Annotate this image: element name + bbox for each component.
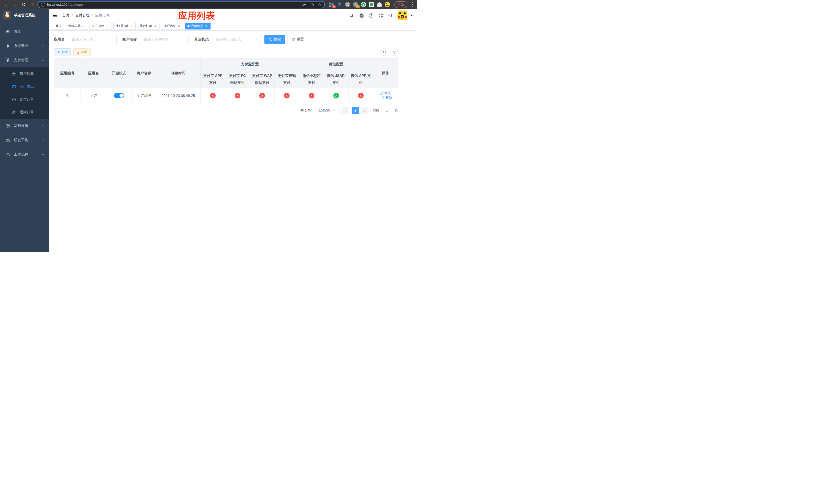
breadcrumb-payment[interactable]: 支付管理	[75, 13, 89, 18]
sidebar-item-payment[interactable]: ¥ 支付管理	[0, 53, 49, 67]
pagination-total: 共 1 条	[301, 108, 311, 113]
page-annotation: 应用列表	[178, 10, 215, 22]
sidebar-item-label: 基础设施	[14, 123, 42, 128]
url-text[interactable]: localhost:1024/pay/app	[47, 3, 300, 6]
extension-command-icon[interactable]: ⌘	[345, 2, 350, 7]
page-size-select[interactable]: 10条/页	[314, 107, 340, 114]
sidebar-item-dev-tools[interactable]: 研发工具	[0, 133, 49, 147]
browser-forward-icon[interactable]: →	[11, 1, 19, 8]
tab-home[interactable]: 首页	[53, 23, 64, 29]
add-button[interactable]: 新增	[54, 48, 71, 56]
export-button[interactable]: 导出	[73, 48, 90, 56]
address-bar[interactable]: i localhost:1024/pay/app ☆	[38, 1, 325, 8]
edit-link[interactable]: 修改	[380, 91, 391, 95]
app-title: 芋道管理系统	[14, 13, 36, 18]
browser-back-icon[interactable]: ←	[3, 1, 10, 8]
profile-emoji-icon[interactable]	[385, 2, 390, 7]
merchant-name-label: 商户名称	[122, 37, 137, 42]
chevron-down-icon	[42, 139, 45, 142]
url-path: :1024/pay/app	[61, 3, 83, 6]
dashboard-icon	[5, 29, 10, 34]
prev-page-button[interactable]: ‹	[342, 107, 349, 114]
chevron-down-icon	[255, 38, 258, 41]
goto-page-input[interactable]	[381, 107, 392, 114]
breadcrumb-home[interactable]: 首页	[62, 13, 69, 18]
download-icon	[77, 51, 80, 54]
browser-menu-icon[interactable]	[410, 2, 414, 7]
user-avatar[interactable]	[397, 10, 407, 20]
avatar-caret-icon[interactable]	[411, 15, 413, 16]
close-icon[interactable]: ×	[204, 24, 208, 28]
bookmark-star-icon[interactable]: ☆	[318, 2, 321, 7]
extensions-puzzle-icon[interactable]	[377, 2, 382, 7]
sidebar-item-workflow[interactable]: 工作流程	[0, 147, 49, 162]
extension-recorder-icon[interactable]: 1	[353, 2, 358, 7]
search-button[interactable]: 搜索	[264, 35, 285, 44]
tab-payment-order[interactable]: 支付订单×	[113, 23, 136, 29]
tab-process-form[interactable]: 流程表单×	[66, 23, 88, 29]
col-header-status: 开启状态	[106, 59, 132, 88]
status-cross-icon: ×	[235, 93, 240, 98]
sidebar-item-merchant-info[interactable]: 商户信息	[0, 67, 49, 80]
github-icon[interactable]	[359, 13, 364, 18]
sidebar-item-refund-order[interactable]: 退款订单	[0, 106, 49, 119]
extension-chat-icon[interactable]	[369, 2, 374, 7]
close-icon[interactable]: ×	[106, 24, 109, 28]
breadcrumb-current: 应用信息	[95, 13, 110, 18]
col-header-operation: 操作	[373, 59, 398, 88]
chevron-down-icon	[332, 109, 335, 112]
sidebar-item-infrastructure[interactable]: 基础设施	[0, 119, 49, 133]
font-size-icon[interactable]: TT	[388, 13, 393, 18]
sidebar-item-home[interactable]: 首页	[0, 24, 49, 39]
status-select[interactable]: 请选择开启状态	[212, 35, 261, 44]
tags-view-bar: 首页 流程表单× 用户分组× 支付订单× 退款订单× 商户信息× 应用信息×	[49, 22, 417, 30]
merchant-name-input[interactable]	[140, 35, 189, 44]
tab-user-group[interactable]: 用户分组×	[89, 23, 112, 29]
status-toggle[interactable]	[114, 93, 124, 98]
app-table: 应用编号 应用名 开启状态 商户名称 创建时间 支付宝配置 微信配置 操作 支付…	[54, 58, 412, 103]
password-key-icon[interactable]	[302, 2, 306, 7]
close-icon[interactable]: ×	[153, 24, 157, 28]
fullscreen-icon[interactable]	[378, 13, 383, 18]
sidebar: 芋道管理系统 首页 系统管理 ¥ 支付管	[0, 9, 49, 252]
sidebar-item-payment-order[interactable]: 支付订单	[0, 93, 49, 106]
browser-home-icon[interactable]	[29, 1, 36, 8]
plus-icon	[57, 51, 60, 53]
sidebar-item-system[interactable]: 系统管理	[0, 39, 49, 53]
site-info-icon[interactable]: i	[41, 3, 45, 7]
status-cross-icon: ×	[210, 93, 216, 98]
cell-alipay-pc: ×	[225, 88, 250, 103]
delete-link[interactable]: 删除	[381, 96, 392, 100]
header-search-icon[interactable]	[349, 13, 354, 18]
hide-search-button[interactable]	[381, 48, 388, 56]
tab-merchant-info[interactable]: 商户信息×	[161, 23, 183, 29]
status-cross-icon: ×	[284, 93, 289, 98]
help-icon[interactable]: ?	[369, 13, 373, 18]
sidebar-toggle-icon[interactable]	[52, 13, 58, 18]
close-icon[interactable]: ×	[177, 24, 181, 28]
page-1-button[interactable]: 1	[352, 107, 359, 114]
extension-kite-icon[interactable]	[337, 2, 342, 7]
cell-merchant: 芋道源码	[132, 88, 156, 103]
reset-button[interactable]: 重置	[287, 35, 308, 44]
share-icon[interactable]	[310, 2, 314, 7]
browser-update-button[interactable]: 更新	[394, 1, 407, 8]
app-name-input[interactable]	[68, 35, 117, 44]
next-page-button[interactable]: ›	[361, 107, 368, 114]
browser-reload-icon[interactable]	[20, 1, 27, 8]
extension-diamond-icon[interactable]: 10	[329, 2, 334, 7]
sidebar-item-app-info[interactable]: 应用信息	[0, 80, 49, 93]
col-header-alipay-pc: 支付宝 PC 网站支付	[225, 70, 250, 88]
tab-app-info[interactable]: 应用信息×	[185, 23, 211, 29]
yen-icon: ¥	[5, 58, 10, 63]
close-icon[interactable]: ×	[130, 24, 133, 28]
extension-y-icon[interactable]: Y	[361, 2, 366, 7]
refresh-table-button[interactable]	[391, 48, 398, 56]
sidebar-item-label: 应用信息	[20, 84, 34, 89]
close-icon[interactable]: ×	[82, 24, 85, 28]
cell-created: 2021-10-23 08:49:25	[156, 88, 200, 103]
sidebar-logo[interactable]: 芋道管理系统	[0, 9, 49, 22]
cell-wx-mini: ×	[299, 88, 324, 103]
tab-refund-order[interactable]: 退款订单×	[137, 23, 159, 29]
col-header-wx-app: 微信 APP 支付	[349, 70, 373, 88]
